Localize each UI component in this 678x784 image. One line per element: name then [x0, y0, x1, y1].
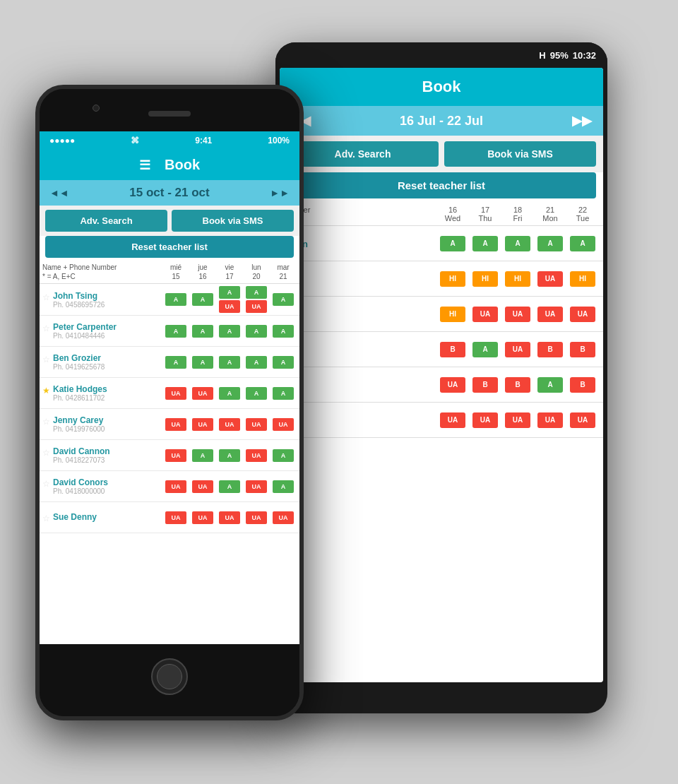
table-row[interactable]: ...er B A UA B B [280, 332, 603, 367]
iphone-star-icon[interactable]: ☆ [42, 323, 50, 333]
table-row[interactable]: ☆ Peter Carpenter Ph. 0410484446 A A A A… [40, 316, 299, 347]
iphone-reset-button[interactable]: Reset teacher list [45, 236, 294, 258]
iphone-day-cell[interactable]: UA [162, 449, 189, 462]
iphone-day-cell[interactable]: UA [216, 511, 243, 524]
android-cell[interactable]: A [534, 377, 566, 393]
iphone-day-cell[interactable]: UA [189, 511, 216, 524]
iphone-book-sms-button[interactable]: Book via SMS [172, 210, 294, 232]
iphone-day-cell[interactable]: A [216, 480, 243, 493]
iphone-star-icon[interactable]: ☆ [42, 479, 50, 489]
table-row[interactable]: ☆ Sue Denny UA UA UA UA UA [40, 502, 299, 533]
iphone-day-cell[interactable]: A [216, 449, 243, 462]
iphone-day-cell[interactable]: A [216, 387, 243, 400]
iphone-day-cell[interactable]: A [243, 387, 270, 400]
android-cell[interactable]: UA [436, 412, 469, 428]
iphone-day-cell[interactable]: UA [243, 511, 270, 524]
iphone-day-cell[interactable]: A [270, 325, 297, 338]
table-row[interactable]: ☆ David Cannon Ph. 0418227073 UA A A UA … [40, 440, 299, 471]
android-cell[interactable]: B [469, 377, 501, 393]
iphone-day-cell[interactable]: UA [243, 418, 270, 431]
table-row[interactable]: UA UA UA UA UA [280, 403, 603, 438]
iphone-day-cell[interactable]: UA [270, 511, 297, 524]
android-cell[interactable]: UA [534, 307, 566, 322]
android-cell[interactable]: A [436, 236, 469, 251]
iphone-star-icon[interactable]: ☆ [42, 417, 50, 427]
iphone-day-cell[interactable]: UA [189, 480, 216, 493]
iphone-day-cell[interactable]: UA [162, 480, 189, 493]
iphone-star-icon[interactable]: ☆ [42, 448, 50, 458]
android-adv-search-button[interactable]: Adv. Search [287, 141, 439, 167]
iphone-day-cell[interactable]: UA [243, 449, 270, 462]
android-cell[interactable]: HI [501, 271, 534, 287]
android-next-arrow[interactable]: ▶▶ [572, 113, 592, 129]
android-cell[interactable]: A [566, 236, 599, 251]
iphone-day-cell[interactable]: UA [189, 387, 216, 400]
iphone-prev-arrow[interactable]: ◄◄ [49, 187, 69, 198]
iphone-day-cell[interactable]: A UA [216, 286, 243, 313]
iphone-day-cell[interactable]: A [270, 356, 297, 369]
iphone-star-icon[interactable]: ☆ [42, 355, 50, 364]
android-cell[interactable]: A [534, 236, 566, 251]
android-cell[interactable]: A [501, 236, 534, 251]
iphone-star-icon[interactable]: ☆ [42, 292, 50, 302]
iphone-day-cell[interactable]: A [243, 325, 270, 338]
android-cell[interactable]: B [501, 377, 534, 393]
iphone-day-cell[interactable]: A [216, 356, 243, 369]
android-cell[interactable]: UA [566, 412, 599, 428]
table-row[interactable]: ☆ David Conors Ph. 0418000000 UA UA A UA… [40, 471, 299, 502]
android-cell[interactable]: HI [436, 307, 469, 322]
iphone-day-cell[interactable]: A [270, 387, 297, 400]
iphone-day-cell[interactable]: A [243, 356, 270, 369]
android-cell[interactable]: UA [469, 307, 501, 322]
iphone-day-cell[interactable]: A [189, 293, 216, 306]
android-cell[interactable]: HI [566, 271, 599, 287]
table-row[interactable]: ★ Katie Hodges Ph. 0428611702 UA UA A A … [40, 378, 299, 409]
android-reset-button[interactable]: Reset teacher list [287, 172, 596, 198]
iphone-day-cell[interactable]: UA [216, 418, 243, 431]
android-cell[interactable]: UA [534, 271, 566, 287]
iphone-menu-icon[interactable]: ☰ [139, 158, 150, 173]
iphone-day-cell[interactable]: A [189, 325, 216, 338]
table-row[interactable]: ☆ Jenny Carey Ph. 0419976000 UA UA UA UA… [40, 409, 299, 440]
iphone-adv-search-button[interactable]: Adv. Search [45, 210, 167, 232]
android-cell[interactable]: B [436, 342, 469, 357]
iphone-star-icon[interactable]: ★ [42, 386, 50, 396]
iphone-day-cell[interactable]: A [162, 356, 189, 369]
iphone-next-arrow[interactable]: ►► [270, 187, 290, 198]
iphone-day-cell[interactable]: UA [162, 511, 189, 524]
android-cell[interactable]: UA [501, 307, 534, 322]
android-book-sms-button[interactable]: Book via SMS [444, 141, 596, 167]
android-cell[interactable]: UA [501, 412, 534, 428]
android-cell[interactable]: HI [469, 271, 501, 287]
iphone-day-cell[interactable]: A [162, 293, 189, 306]
android-cell[interactable]: A [469, 236, 501, 251]
iphone-day-cell[interactable]: A [189, 356, 216, 369]
android-cell[interactable]: B [566, 377, 599, 393]
iphone-day-cell[interactable]: A [216, 325, 243, 338]
iphone-day-cell[interactable]: A [189, 449, 216, 462]
iphone-day-cell[interactable]: A [270, 293, 297, 306]
android-cell[interactable]: UA [501, 342, 534, 357]
table-row[interactable]: UA B B A B [280, 367, 603, 403]
table-row[interactable]: HI HI HI UA HI [280, 261, 603, 297]
iphone-day-cell[interactable]: A [270, 449, 297, 462]
iphone-day-cell[interactable]: UA [162, 418, 189, 431]
table-row[interactable]: HI UA UA UA UA [280, 297, 603, 332]
iphone-star-icon[interactable]: ☆ [42, 513, 50, 523]
iphone-day-cell[interactable]: UA [189, 418, 216, 431]
android-cell[interactable]: UA [566, 307, 599, 322]
iphone-day-cell[interactable]: UA [243, 480, 270, 493]
table-row[interactable]: ...han A A A A A [280, 226, 603, 261]
android-cell[interactable]: UA [436, 377, 469, 393]
iphone-day-cell[interactable]: A [162, 325, 189, 338]
iphone-day-cell[interactable]: A UA [243, 286, 270, 313]
android-cell[interactable]: A [469, 342, 501, 357]
iphone-home-button[interactable] [151, 658, 188, 695]
table-row[interactable]: ☆ Ben Grozier Ph. 0419625678 A A A A A [40, 347, 299, 378]
android-cell[interactable]: UA [534, 412, 566, 428]
android-cell[interactable]: B [534, 342, 566, 357]
android-cell[interactable]: HI [436, 271, 469, 287]
android-cell[interactable]: B [566, 342, 599, 357]
android-cell[interactable]: UA [469, 412, 501, 428]
iphone-day-cell[interactable]: A [270, 480, 297, 493]
